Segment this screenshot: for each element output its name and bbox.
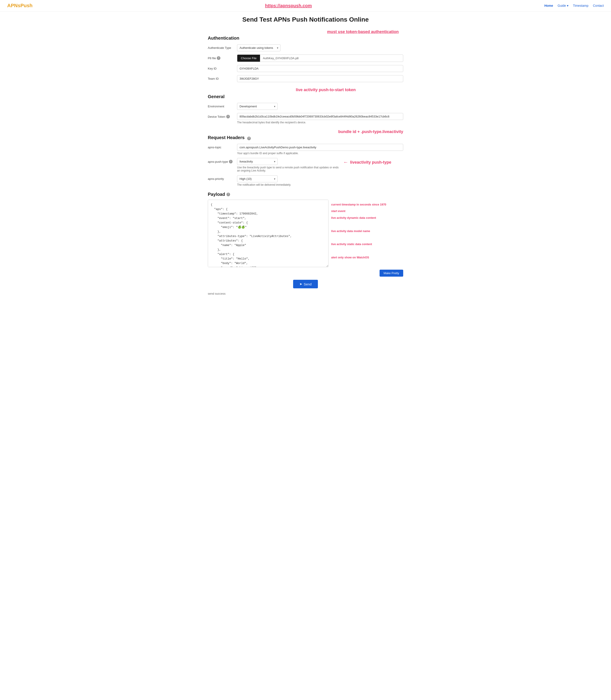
payload-section: Payload ? { "aps": { "timestamp": 170660… [208, 192, 403, 295]
general-callout-row: live activity push-to-start token [208, 88, 403, 92]
authentication-section: must use token-based authentication Auth… [208, 30, 403, 82]
payload-textarea-wrap: { "aps": { "timestamp": 1706602842, "eve… [208, 200, 328, 268]
make-pretty-button[interactable]: Make Pretty [379, 270, 403, 277]
key-id-input[interactable] [237, 65, 403, 72]
apns-push-type-row: apns-push-type ? liveactivity Use the li… [208, 158, 403, 172]
nav-links: Home Guide ▾ Timestamp Contact [545, 4, 604, 7]
p8-file-label: P8 file ? [208, 55, 237, 60]
payload-area: { "aps": { "timestamp": 1706602842, "eve… [208, 200, 403, 268]
environment-control: Development [237, 103, 403, 110]
device-token-hint: The hexadecimal bytes that identify the … [237, 121, 403, 124]
apns-push-type-control: liveactivity Use the liveactivity push t… [237, 158, 403, 172]
annotation-timestamp: current timestamp in seconds since 1970 [331, 201, 403, 208]
request-headers-help-icon[interactable]: ? [247, 137, 251, 140]
navbar: APNsPush https://apnspush.com Home Guide… [0, 0, 611, 12]
apns-topic-control: Your app's bundle ID and proper suffix i… [237, 144, 403, 155]
auth-section-title: Authentication [208, 35, 403, 41]
live-callout-arrow: ← [343, 159, 348, 165]
apns-priority-hint: The notification will be delivered immed… [237, 183, 403, 186]
nav-guide[interactable]: Guide ▾ [558, 4, 568, 7]
team-id-input[interactable] [237, 75, 403, 82]
request-headers-section: bundle id + .push-type.liveactivity Requ… [208, 130, 403, 186]
apns-topic-label: apns-topic [208, 144, 237, 149]
device-token-control: The hexadecimal bytes that identify the … [237, 113, 403, 124]
authenticate-type-row: Authenticate Type Authenticate using tok… [208, 44, 403, 51]
site-logo: APNsPush [7, 3, 32, 9]
send-button[interactable]: ➤ Send [293, 280, 318, 288]
apns-push-type-select[interactable]: liveactivity [237, 158, 278, 165]
team-id-control [237, 75, 403, 82]
bundle-callout-row: bundle id + .push-type.liveactivity [208, 130, 403, 134]
device-token-row: Device Token ? The hexadecimal bytes tha… [208, 113, 403, 124]
payload-section-title: Payload [208, 192, 225, 197]
auth-callout-row: must use token-based authentication [208, 30, 399, 34]
apns-topic-hint: Your app's bundle ID and proper suffix i… [237, 152, 403, 155]
make-pretty-row: Make Pretty [208, 270, 403, 277]
environment-select-wrap[interactable]: Development [237, 103, 278, 110]
authenticate-type-control: Authenticate using tokens [237, 44, 403, 51]
send-label: Send [304, 282, 312, 286]
key-id-row: Key ID [208, 65, 403, 72]
authenticate-type-label: Authenticate Type [208, 44, 237, 49]
live-callout-label: liveactivity push-type [350, 160, 391, 165]
success-text: send success [208, 292, 403, 295]
logo-push: Push [20, 3, 33, 8]
choose-file-button[interactable]: Choose File [237, 55, 260, 62]
environment-select[interactable]: Development [237, 103, 278, 110]
bundle-callout-label: bundle id + .push-type.liveactivity [338, 130, 403, 134]
apns-push-type-hint: Use the liveactivity push type to send a… [237, 166, 341, 172]
device-token-input[interactable] [237, 113, 403, 120]
annotation-alert: alert only show on WatchOS [331, 254, 403, 261]
apns-priority-control: High (10) The notification will be deliv… [237, 175, 403, 186]
annotation-content-state: live activity dynamic data content [331, 215, 403, 221]
file-name-display: AuthKey_GYH39XFLDA.p8 [260, 55, 403, 61]
nav-timestamp[interactable]: Timestamp [573, 4, 588, 7]
apns-priority-select[interactable]: High (10) [237, 175, 278, 182]
apns-push-type-label: apns-push-type ? [208, 158, 237, 163]
annotation-event: start event [331, 208, 403, 214]
site-url[interactable]: https://apnspush.com [265, 3, 312, 8]
payload-textarea[interactable]: { "aps": { "timestamp": 1706602842, "eve… [208, 200, 328, 267]
general-section-title: General [208, 94, 403, 99]
payload-annotations: current timestamp in seconds since 1970 … [331, 200, 403, 261]
general-section: live activity push-to-start token Genera… [208, 88, 403, 124]
annotation-attributes-type: live activity data model name [331, 228, 403, 234]
apns-priority-select-wrap[interactable]: High (10) [237, 175, 278, 182]
key-id-label: Key ID [208, 65, 237, 70]
payload-title-row: Payload ? [208, 192, 403, 197]
request-headers-title: Request Headers ? [208, 135, 403, 140]
main-container: Send Test APNs Push Notifications Online… [204, 12, 407, 309]
send-icon: ➤ [299, 282, 302, 286]
general-callout-label: live activity push-to-start token [296, 88, 356, 92]
apns-push-type-select-wrap[interactable]: liveactivity [237, 158, 278, 165]
logo-apns: APNs [7, 3, 20, 8]
authenticate-type-select-wrap[interactable]: Authenticate using tokens [237, 44, 281, 51]
file-input-group: Choose File AuthKey_GYH39XFLDA.p8 [237, 55, 403, 62]
key-id-control [237, 65, 403, 72]
nav-contact[interactable]: Contact [593, 4, 604, 7]
environment-label: Environment [208, 103, 237, 108]
p8-file-row: P8 file ? Choose File AuthKey_GYH39XFLDA… [208, 55, 403, 62]
payload-help-icon[interactable]: ? [226, 193, 230, 196]
environment-row: Environment Development [208, 103, 403, 110]
apns-priority-row: apns-priority High (10) The notification… [208, 175, 403, 186]
site-url-link[interactable]: https://apnspush.com [265, 3, 312, 8]
p8-help-icon[interactable]: ? [217, 56, 220, 60]
nav-home[interactable]: Home [545, 4, 553, 7]
team-id-label: Team ID [208, 75, 237, 80]
team-id-row: Team ID [208, 75, 403, 82]
page-title: Send Test APNs Push Notifications Online [208, 16, 403, 23]
p8-file-control: Choose File AuthKey_GYH39XFLDA.p8 [237, 55, 403, 62]
device-token-help-icon[interactable]: ? [226, 115, 230, 118]
auth-callout-label: must use token-based authentication [327, 30, 399, 34]
send-row: ➤ Send [208, 280, 403, 288]
apns-topic-input[interactable] [237, 144, 403, 151]
apns-topic-row: apns-topic Your app's bundle ID and prop… [208, 144, 403, 155]
apns-push-type-help-icon[interactable]: ? [229, 160, 233, 163]
device-token-label: Device Token ? [208, 113, 237, 118]
apns-priority-label: apns-priority [208, 175, 237, 181]
authenticate-type-select[interactable]: Authenticate using tokens [237, 44, 281, 51]
annotation-attributes: live activity static data content [331, 241, 403, 247]
